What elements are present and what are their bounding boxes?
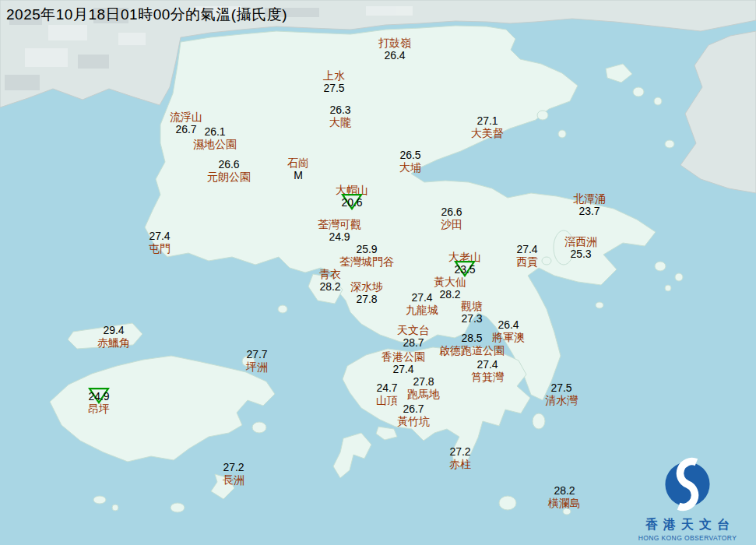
station-坪洲: 27.7坪洲: [246, 348, 268, 373]
station-清水灣: 27.5清水灣: [545, 382, 578, 406]
station-name: 九龍城: [406, 304, 438, 316]
station-temperature: 27.5: [545, 382, 578, 394]
station-temperature: 27.2: [223, 461, 244, 473]
station-跑馬地: 27.8跑馬地: [407, 375, 440, 400]
station-temperature: 29.4: [97, 324, 130, 336]
station-temperature: 28.2: [548, 484, 581, 497]
station-name: 打鼓嶺: [378, 37, 411, 49]
station-name: 大隴: [329, 116, 351, 128]
station-name: 山頂: [376, 394, 398, 406]
station-沙田: 26.6沙田: [441, 206, 462, 230]
station-九龍城: 27.4九龍城: [406, 291, 438, 316]
station-name: 橫瀾島: [548, 497, 581, 509]
station-打鼓嶺: 打鼓嶺26.4: [378, 37, 411, 62]
station-name: 長洲: [223, 473, 244, 486]
station-name: 清水灣: [545, 394, 578, 406]
station-name: 大埔: [399, 161, 421, 174]
station-name: 荃灣城門谷: [339, 255, 394, 268]
station-temperature: 26.6: [441, 206, 462, 218]
station-temperature: 27.4: [382, 363, 425, 375]
station-元朗公園: 26.6元朗公園: [207, 158, 251, 183]
station-name: 啟德跑道公園: [439, 344, 505, 357]
station-name: 屯門: [149, 242, 171, 255]
station-temperature: 27.4: [516, 243, 538, 255]
station-長洲: 27.2長洲: [223, 461, 244, 486]
station-山頂: 24.7山頂: [376, 382, 398, 406]
station-北潭涌: 北潭涌23.7: [573, 192, 606, 217]
station-name: 赤鱲角: [97, 336, 130, 349]
temperature-map: 2025年10月18日01時00分的氣溫(攝氏度) 打鼓嶺26.4上水27.52…: [0, 0, 756, 545]
station-筲箕灣: 27.4筲箕灣: [471, 358, 504, 383]
station-青衣: 青衣28.2: [319, 268, 341, 293]
station-temperature: 27.4: [406, 291, 438, 304]
station-name: 石崗: [287, 156, 309, 169]
station-name: 赤柱: [449, 458, 471, 470]
station-荃灣可觀: 荃灣可觀24.9: [318, 218, 361, 243]
station-深水埗: 深水埗27.8: [350, 280, 383, 305]
station-name: 上水: [323, 69, 345, 82]
station-橫瀾島: 28.2橫瀾島: [548, 484, 581, 509]
station-屯門: 27.4屯門: [149, 230, 171, 255]
station-name: 濕地公園: [193, 138, 237, 150]
station-temperature: 23.7: [573, 205, 606, 217]
station-temperature: 20.6: [336, 196, 368, 209]
station-石崗: 石崗M: [287, 156, 309, 181]
station-temperature: 23.5: [448, 263, 481, 276]
station-temperature: 27.3: [461, 312, 483, 325]
station-temperature: 27.8: [350, 293, 383, 305]
station-temperature: 27.4: [149, 230, 171, 242]
station-temperature: 26.6: [207, 158, 251, 171]
hko-logo: 香港天文台 HONG KONG OBSERVATORY: [625, 453, 750, 542]
station-大隴: 26.3大隴: [329, 104, 351, 128]
station-temperature: 28.2: [434, 288, 466, 301]
station-name: 黃大仙: [434, 276, 466, 288]
station-temperature: 26.4: [492, 318, 525, 331]
station-荃灣城門谷: 25.9荃灣城門谷: [339, 243, 394, 268]
station-temperature: M: [287, 169, 309, 181]
station-昂坪: 24.9昂坪: [88, 390, 110, 415]
station-temperature: 25.3: [564, 248, 597, 260]
station-天文台: 天文台28.7: [397, 324, 430, 349]
station-觀塘: 觀塘27.3: [461, 300, 483, 325]
station-temperature: 26.1: [193, 125, 237, 138]
station-赤鱲角: 29.4赤鱲角: [97, 324, 130, 349]
station-temperature: 24.7: [376, 382, 398, 394]
station-name: 青衣: [319, 268, 341, 280]
logo-title-en: HONG KONG OBSERVATORY: [625, 534, 750, 542]
station-name: 觀塘: [461, 300, 483, 312]
station-name: 深水埗: [350, 280, 383, 293]
station-temperature: 26.3: [329, 104, 351, 116]
station-name: 跑馬地: [407, 388, 440, 400]
station-name: 香港公園: [382, 350, 425, 363]
observatory-logo-icon: [656, 453, 719, 515]
station-name: 流浮山: [170, 111, 202, 123]
station-大美督: 27.1大美督: [471, 114, 504, 139]
station-name: 西貢: [516, 255, 538, 268]
station-香港公園: 香港公園27.4: [382, 350, 425, 375]
station-name: 大美督: [471, 127, 504, 139]
station-temperature: 27.4: [471, 358, 504, 371]
station-temperature: 24.9: [88, 390, 110, 403]
station-temperature: 27.1: [471, 114, 504, 127]
station-name: 坪洲: [246, 360, 268, 373]
station-西貢: 27.4西貢: [516, 243, 538, 268]
station-temperature: 26.4: [378, 49, 411, 62]
station-將軍澳: 26.4將軍澳: [492, 318, 525, 343]
station-temperature: 26.7: [397, 403, 430, 415]
station-赤柱: 27.2赤柱: [449, 445, 471, 470]
station-滘西洲: 滘西洲25.3: [564, 235, 597, 260]
station-temperature: 27.8: [407, 375, 440, 388]
station-大帽山: 大帽山20.6: [336, 184, 368, 209]
station-name: 天文台: [397, 324, 430, 336]
station-temperature: 26.5: [399, 149, 421, 161]
station-name: 昂坪: [88, 403, 110, 415]
station-name: 滘西洲: [564, 235, 597, 248]
station-temperature: 28.2: [319, 280, 341, 293]
station-上水: 上水27.5: [323, 69, 345, 94]
station-name: 筲箕灣: [471, 371, 504, 383]
station-name: 荃灣可觀: [318, 218, 361, 230]
station-name: 北潭涌: [573, 192, 606, 205]
station-temperature: 25.9: [339, 243, 394, 255]
station-temperature: 27.2: [449, 445, 471, 458]
station-temperature: 24.9: [318, 230, 361, 243]
